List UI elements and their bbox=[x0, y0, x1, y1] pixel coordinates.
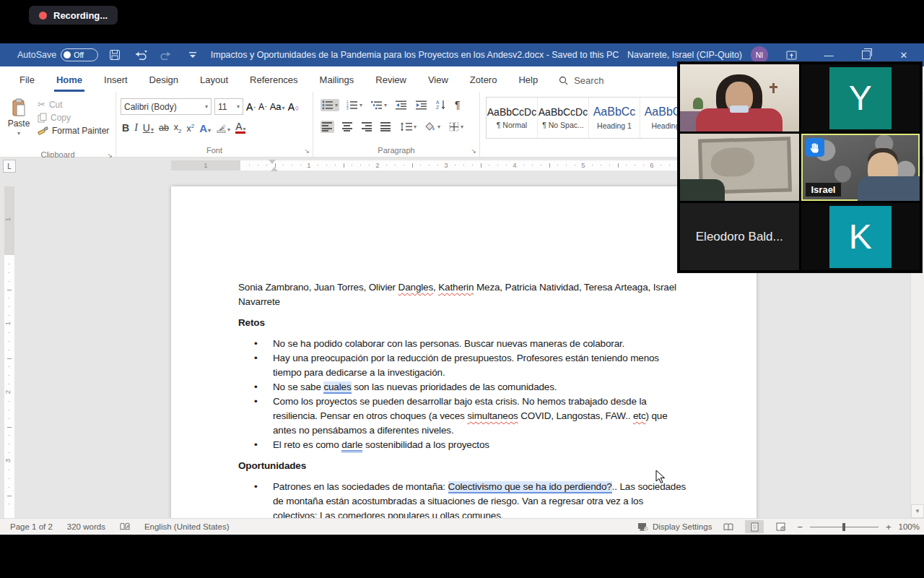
paragraph-dialog-launcher[interactable]: ↘ bbox=[471, 147, 476, 155]
participant-avatar-tile[interactable]: K bbox=[801, 203, 920, 270]
bullet-item[interactable]: •No se ha podido colaborar con las perso… bbox=[238, 337, 700, 351]
justify-icon bbox=[380, 122, 391, 131]
more-commands-icon bbox=[188, 51, 197, 59]
style-heading-1[interactable]: AaBbCcHeading 1 bbox=[589, 98, 640, 138]
zoom-level[interactable]: 100% bbox=[899, 522, 920, 531]
undo-button[interactable] bbox=[131, 46, 150, 64]
participant-video-tile[interactable]: Israel bbox=[801, 134, 920, 201]
justify-button[interactable] bbox=[379, 121, 393, 133]
account-name[interactable]: Navarrete, Israel (CIP-Quito) bbox=[627, 50, 742, 60]
tab-home[interactable]: Home bbox=[45, 69, 93, 92]
borders-button[interactable]: ▾ bbox=[448, 121, 465, 133]
redo-button[interactable] bbox=[157, 46, 176, 64]
show-hide-paragraph-marks-button[interactable]: ¶ bbox=[453, 98, 462, 112]
bullet-item[interactable]: •No se sabe cuales son las nuevas priori… bbox=[238, 380, 700, 394]
align-right-button[interactable] bbox=[359, 121, 373, 133]
participant-video-tile[interactable] bbox=[680, 64, 799, 131]
bullet-item[interactable]: •El reto es como darle sostenibilidad a … bbox=[238, 438, 700, 452]
zoom-in-button[interactable]: + bbox=[886, 522, 892, 532]
scroll-down-button[interactable]: ▼ bbox=[911, 504, 924, 518]
bullets-button[interactable]: ▾ bbox=[321, 99, 339, 111]
align-center-button[interactable] bbox=[340, 121, 354, 133]
change-case-button[interactable]: Aa▾ bbox=[270, 102, 285, 111]
save-button[interactable] bbox=[105, 46, 124, 64]
tab-layout[interactable]: Layout bbox=[189, 69, 239, 92]
participant-name-tile[interactable]: Eleodoro Bald... bbox=[680, 203, 799, 270]
language-indicator[interactable]: English (United States) bbox=[144, 522, 230, 531]
doc-heading[interactable]: Retos bbox=[238, 316, 700, 330]
word-count[interactable]: 320 words bbox=[67, 522, 105, 531]
bullet-item[interactable]: •Patrones en las sociedades de montaña: … bbox=[238, 480, 700, 518]
ruler-tick bbox=[9, 366, 9, 367]
numbering-button[interactable]: 123▾ bbox=[345, 99, 364, 111]
underline-button[interactable]: U▾ bbox=[143, 123, 154, 133]
autosave-toggle[interactable]: AutoSave Off bbox=[17, 48, 98, 61]
horizontal-ruler[interactable]: 1123456 bbox=[171, 160, 757, 171]
first-line-indent-marker[interactable] bbox=[269, 160, 276, 164]
tab-insert[interactable]: Insert bbox=[93, 69, 139, 92]
cut-button[interactable]: ✂Cut bbox=[38, 99, 109, 110]
tab-review[interactable]: Review bbox=[365, 69, 417, 92]
italic-button[interactable]: I bbox=[134, 122, 138, 134]
paste-dropdown-arrow[interactable]: ▾ bbox=[17, 130, 20, 137]
format-painter-button[interactable]: Format Painter bbox=[38, 126, 109, 136]
style--no-spac-[interactable]: AaBbCcDc¶ No Spac... bbox=[538, 98, 589, 138]
tab-view[interactable]: View bbox=[417, 69, 459, 92]
style--normal[interactable]: AaBbCcDc¶ Normal bbox=[487, 98, 538, 138]
page-indicator[interactable]: Page 1 of 2 bbox=[10, 522, 53, 531]
participant-video-tile[interactable] bbox=[680, 134, 799, 201]
display-settings-button[interactable]: Display Settings bbox=[637, 522, 712, 532]
bold-button[interactable]: B bbox=[122, 122, 129, 134]
superscript-button[interactable]: x2 bbox=[187, 123, 195, 134]
tab-file[interactable]: File bbox=[9, 69, 45, 92]
customize-quick-access-button[interactable] bbox=[183, 46, 202, 64]
zoom-slider-thumb[interactable] bbox=[842, 523, 845, 531]
zoom-slider[interactable] bbox=[810, 527, 879, 527]
read-mode-button[interactable] bbox=[719, 520, 738, 533]
font-size-combobox[interactable]: 11▾ bbox=[214, 98, 243, 115]
tab-help[interactable]: Help bbox=[507, 69, 549, 92]
participant-avatar-tile[interactable]: Y bbox=[801, 64, 920, 131]
tab-design[interactable]: Design bbox=[139, 69, 189, 92]
line-spacing-button[interactable]: ▾ bbox=[398, 121, 418, 133]
ruler-tick bbox=[9, 444, 9, 444]
shading-button[interactable]: ▾ bbox=[424, 121, 442, 133]
vertical-ruler[interactable]: 1123 bbox=[4, 186, 14, 518]
grow-font-button[interactable]: Aˆ bbox=[246, 102, 256, 112]
shrink-font-button[interactable]: Aˇ bbox=[258, 103, 267, 111]
font-color-button[interactable]: A▾ bbox=[235, 122, 245, 134]
decrease-indent-button[interactable] bbox=[394, 99, 409, 111]
screen: Recording... AutoSave Off bbox=[0, 0, 924, 578]
document-page[interactable]: Sonia Zambrano, Juan Torres, Olivier Dan… bbox=[171, 186, 757, 518]
font-family-combobox[interactable]: Calibri (Body)▾ bbox=[121, 98, 212, 115]
align-left-button[interactable] bbox=[321, 121, 334, 133]
ruler-tick bbox=[344, 163, 344, 168]
sort-button[interactable]: AZ bbox=[435, 98, 448, 111]
bullet-item[interactable]: •Como los proyectos se pueden desarrolla… bbox=[238, 394, 700, 438]
increase-indent-button[interactable] bbox=[414, 99, 429, 111]
doc-paragraph[interactable]: Sonia Zambrano, Juan Torres, Olivier Dan… bbox=[238, 280, 700, 309]
tab-mailings[interactable]: Mailings bbox=[309, 69, 365, 92]
multilevel-list-button[interactable]: ▾ bbox=[370, 99, 388, 111]
web-layout-button[interactable] bbox=[771, 520, 790, 533]
text-run: Retos bbox=[238, 317, 265, 328]
document-text[interactable]: Sonia Zambrano, Juan Torres, Olivier Dan… bbox=[171, 186, 700, 518]
bullet-item[interactable]: •Hay una preocupación por la reducción d… bbox=[238, 351, 700, 380]
highlight-color-button[interactable]: ▾ bbox=[216, 123, 230, 133]
tab-references[interactable]: References bbox=[239, 69, 308, 92]
font-dialog-launcher[interactable]: ↘ bbox=[304, 147, 310, 155]
proofing-status[interactable]: ✗ bbox=[120, 522, 130, 531]
doc-heading[interactable]: Oportunidades bbox=[238, 459, 700, 473]
zoom-out-button[interactable]: − bbox=[797, 522, 803, 532]
hanging-indent-marker[interactable] bbox=[271, 167, 278, 171]
subscript-button[interactable]: x2 bbox=[174, 122, 182, 134]
text-effects-button[interactable]: A▾ bbox=[199, 123, 211, 134]
clear-formatting-button[interactable]: A◊ bbox=[288, 102, 299, 112]
search-box[interactable]: Search bbox=[549, 69, 614, 92]
tab-zotero[interactable]: Zotero bbox=[459, 69, 508, 92]
tab-selector[interactable]: L bbox=[3, 160, 16, 173]
copy-button[interactable]: Copy bbox=[38, 113, 109, 123]
print-layout-button[interactable] bbox=[745, 520, 764, 533]
autosave-switch[interactable]: Off bbox=[61, 48, 98, 61]
strikethrough-button[interactable]: ab bbox=[159, 123, 169, 133]
